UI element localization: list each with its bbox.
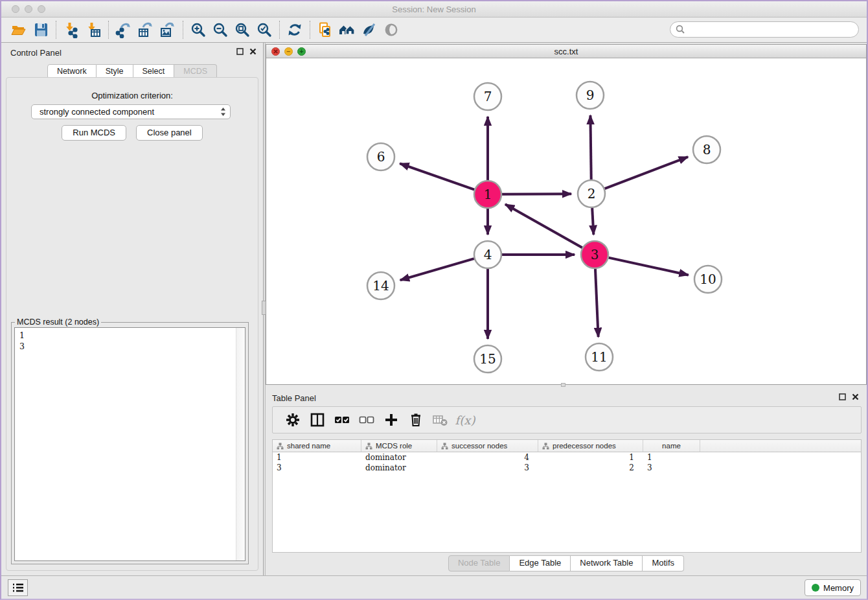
tab-node-table[interactable]: Node Table — [448, 555, 510, 571]
open-file-icon[interactable] — [8, 20, 30, 40]
graph-node-8[interactable]: 8 — [693, 136, 720, 163]
graph-node-10[interactable]: 10 — [694, 266, 722, 293]
graph-node-2[interactable]: 2 — [578, 180, 605, 207]
deselect-all-icon[interactable] — [354, 409, 379, 431]
level-of-detail-icon[interactable] — [380, 20, 402, 40]
table-cell[interactable]: 3 — [273, 463, 361, 473]
window-titlebar: Session: New Session — [1, 1, 867, 17]
table-cell[interactable]: 1 — [538, 452, 643, 463]
graph-node-6[interactable]: 6 — [367, 143, 394, 170]
network-resize-grip[interactable] — [561, 383, 565, 387]
column-type-icon — [542, 443, 549, 450]
tab-edge-table[interactable]: Edge Table — [510, 555, 571, 571]
zoom-selected-icon[interactable] — [253, 20, 275, 40]
delete-column-icon[interactable] — [404, 409, 428, 431]
memory-button[interactable]: Memory — [805, 579, 861, 596]
table-tabs: Node TableEdge TableNetwork TableMotifs — [266, 555, 867, 571]
zoom-fit-icon[interactable] — [231, 20, 253, 40]
add-column-icon[interactable] — [379, 409, 404, 431]
edge-2-3[interactable] — [592, 208, 593, 235]
graph-node-15[interactable]: 15 — [474, 345, 501, 373]
close-panel-button[interactable]: Close panel — [136, 125, 203, 141]
table-cell[interactable]: 2 — [538, 463, 643, 473]
zoom-in-icon[interactable] — [187, 20, 209, 40]
control-panel: Control Panel NetworkStyleSelectMCDS Opt… — [1, 43, 263, 578]
delete-table-icon[interactable] — [428, 409, 453, 431]
node-label: 15 — [479, 351, 496, 367]
control-panel-title: Control Panel — [10, 48, 62, 58]
gear-icon[interactable] — [280, 409, 305, 431]
column-header-name[interactable]: name — [643, 440, 700, 452]
save-session-icon[interactable] — [30, 20, 52, 40]
export-network-icon[interactable] — [113, 20, 135, 40]
graph-node-3[interactable]: 3 — [581, 241, 608, 268]
node-label: 6 — [377, 149, 385, 165]
table-row[interactable]: 1dominator411 — [273, 452, 861, 463]
graph-node-1[interactable]: 1 — [474, 181, 501, 208]
graph-node-4[interactable]: 4 — [474, 241, 501, 268]
toolbar-separator — [183, 21, 183, 39]
export-image-icon[interactable] — [157, 20, 179, 40]
edge-3-10[interactable] — [608, 258, 688, 275]
table-cell[interactable]: 1 — [273, 452, 361, 463]
node-label: 9 — [586, 87, 595, 103]
node-table[interactable]: shared nameMCDS rolesuccessor nodesprede… — [272, 439, 862, 553]
network-canvas[interactable]: 7968124314101511 — [266, 58, 866, 384]
float-panel-icon[interactable] — [236, 48, 244, 55]
graph-node-11[interactable]: 11 — [586, 343, 613, 371]
edge-3-11[interactable] — [595, 269, 599, 337]
tab-motifs[interactable]: Motifs — [643, 555, 684, 571]
network-window-titlebar[interactable]: ✕ − + scc.txt — [266, 45, 866, 58]
close-panel-icon[interactable] — [852, 393, 859, 400]
graph-node-7[interactable]: 7 — [474, 83, 501, 110]
app-window: Session: New Session — [0, 0, 868, 600]
tab-network-table[interactable]: Network Table — [571, 555, 643, 571]
mcds-result-list[interactable]: 1 3 — [15, 328, 235, 560]
float-panel-icon[interactable] — [839, 393, 846, 400]
edge-4-14[interactable] — [400, 259, 474, 280]
clone-network-icon[interactable] — [314, 20, 336, 40]
chevron-up-down-icon — [220, 107, 226, 117]
column-header-successor-nodes[interactable]: successor nodes — [437, 440, 538, 452]
graph-node-9[interactable]: 9 — [577, 82, 604, 109]
column-type-icon — [441, 443, 448, 450]
search-input[interactable] — [689, 25, 853, 34]
export-table-icon[interactable] — [135, 20, 157, 40]
edge-1-2[interactable] — [502, 194, 571, 194]
table-cell[interactable]: 3 — [437, 463, 538, 473]
main-toolbar — [1, 17, 867, 43]
edge-3-1[interactable] — [505, 204, 582, 248]
memory-label: Memory — [823, 583, 854, 593]
function-builder-button[interactable]: f(x) — [453, 409, 477, 431]
graph-svg[interactable]: 7968124314101511 — [266, 58, 866, 386]
zoom-out-icon[interactable] — [209, 20, 231, 40]
columns-icon[interactable] — [305, 409, 330, 431]
result-scrollbar[interactable] — [236, 328, 245, 560]
run-mcds-button[interactable]: Run MCDS — [62, 125, 126, 141]
control-panel-header: Control Panel — [1, 43, 263, 61]
close-panel-icon[interactable] — [249, 48, 257, 55]
column-header-predecessor-nodes[interactable]: predecessor nodes — [538, 440, 643, 452]
fx-label: f(x) — [455, 413, 475, 427]
table-row[interactable]: 3dominator323 — [273, 463, 861, 473]
column-header-MCDS-role[interactable]: MCDS role — [361, 440, 437, 452]
task-history-button[interactable] — [8, 579, 28, 596]
import-network-icon[interactable] — [60, 20, 82, 40]
search-box[interactable] — [670, 21, 859, 38]
graph-node-14[interactable]: 14 — [367, 272, 394, 299]
hide-graphics-icon[interactable] — [358, 20, 380, 40]
refresh-icon[interactable] — [284, 20, 306, 40]
edge-2-9[interactable] — [590, 115, 591, 179]
table-cell[interactable]: 3 — [643, 463, 700, 473]
select-all-icon[interactable] — [330, 409, 354, 431]
edge-2-8[interactable] — [605, 157, 688, 189]
criterion-select[interactable]: strongly connected component — [31, 104, 231, 119]
column-header-shared-name[interactable]: shared name — [273, 440, 361, 452]
import-table-icon[interactable] — [82, 20, 104, 40]
table-cell[interactable]: 4 — [437, 452, 538, 463]
table-cell[interactable]: 1 — [643, 452, 700, 463]
table-cell[interactable]: dominator — [361, 452, 437, 463]
table-cell[interactable]: dominator — [361, 463, 437, 473]
first-neighbors-icon[interactable] — [336, 20, 358, 40]
edge-1-6[interactable] — [400, 163, 474, 189]
